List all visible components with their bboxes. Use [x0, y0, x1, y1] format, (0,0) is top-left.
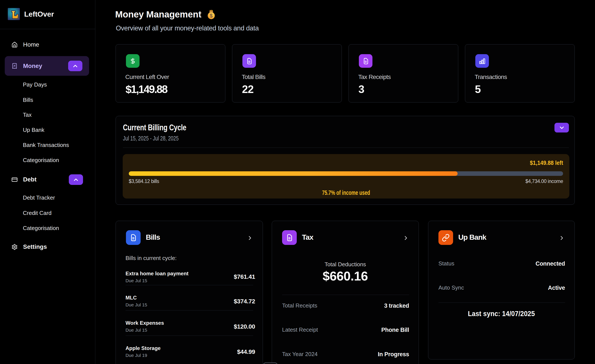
svg-text:$: $	[210, 13, 213, 19]
